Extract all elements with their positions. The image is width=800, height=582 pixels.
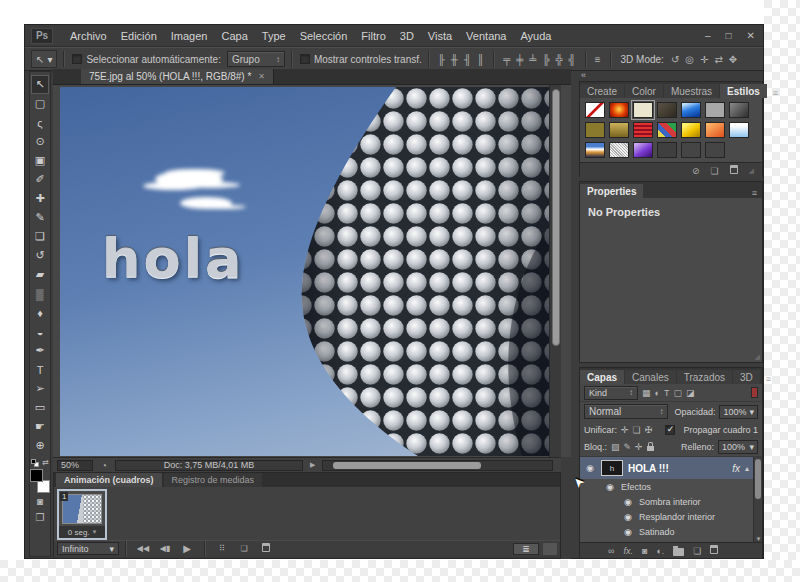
delete-layer-icon[interactable]	[710, 545, 718, 556]
unify-visibility-icon[interactable]: ❏	[633, 425, 641, 435]
zoom-level-field[interactable]: 50%	[57, 460, 93, 471]
tab-color[interactable]: Color	[625, 84, 663, 98]
new-group-icon[interactable]	[673, 548, 684, 556]
tab-registro-de-medidas[interactable]: Registro de medidas	[164, 473, 263, 487]
tab-estilos[interactable]: Estilos	[720, 84, 767, 98]
panel-menu-icon[interactable]: ≡	[761, 374, 776, 384]
document-tab[interactable]: 75E.jpg al 50% (HOLA !!!, RGB/8#) * ✕	[81, 69, 274, 84]
align-axis-icon[interactable]: ║	[477, 54, 484, 65]
panel-menu-icon[interactable]: ≡	[768, 88, 783, 98]
vertical-scrollbar[interactable]	[549, 85, 561, 457]
align-right-edges-icon[interactable]: ╧	[529, 54, 536, 65]
filter-kind-select[interactable]: Kind ↕	[584, 386, 638, 400]
effect-row-resplandor-interior[interactable]: ◉ Resplandor interior	[580, 509, 753, 524]
filter-adjustment-layers-icon[interactable]: ◐	[655, 388, 660, 398]
unify-position-icon[interactable]: ✛	[621, 425, 629, 435]
menu-edicion[interactable]: Edición	[121, 30, 157, 42]
collapse-dock-button[interactable]: «	[581, 70, 586, 80]
image-canvas[interactable]: hola	[60, 87, 549, 456]
layers-scrollbar-thumb[interactable]	[755, 459, 761, 499]
style-swatch[interactable]	[729, 122, 749, 138]
menu-3d[interactable]: 3D	[400, 30, 414, 42]
style-swatch[interactable]	[609, 142, 629, 158]
tool-shape[interactable]: ▭	[31, 398, 49, 417]
tool-hand[interactable]: ☛	[31, 417, 49, 436]
style-swatch[interactable]	[633, 142, 653, 158]
distribute-left-icon[interactable]: ╠	[542, 54, 549, 65]
style-swatch-none[interactable]	[585, 102, 605, 118]
menu-filtro[interactable]: Filtro	[361, 30, 385, 42]
unify-style-icon[interactable]: ✠	[645, 425, 653, 435]
tab-canales[interactable]: Canales	[625, 370, 676, 384]
tool-preset[interactable]: ↖ ▾	[31, 50, 57, 68]
style-swatch[interactable]	[681, 122, 701, 138]
tool-pen[interactable]: ✒	[31, 341, 49, 360]
align-top-edges-icon[interactable]: ╟	[438, 54, 445, 65]
vertical-scrollbar-thumb[interactable]	[552, 89, 560, 346]
fill-select[interactable]: 100% ▾	[718, 440, 758, 454]
layer-thumbnail[interactable]: h	[601, 460, 623, 476]
tab-close-icon[interactable]: ✕	[258, 72, 265, 81]
lock-transparency-icon[interactable]: ▨	[611, 442, 620, 452]
filter-toggle[interactable]	[751, 387, 758, 398]
layers-scrollbar[interactable]: ▼	[753, 457, 762, 542]
style-swatch[interactable]	[633, 122, 653, 138]
style-swatch[interactable]	[705, 102, 725, 118]
visibility-eye-icon[interactable]: ◉	[584, 463, 596, 473]
style-swatch[interactable]	[657, 102, 677, 118]
style-swatch[interactable]	[609, 102, 629, 118]
show-transform-checkbox[interactable]	[300, 54, 310, 64]
tool-eyedropper[interactable]: ✐	[31, 170, 49, 189]
distribute-right-icon[interactable]: ╣	[569, 54, 576, 65]
delete-style-icon[interactable]	[730, 165, 738, 176]
duplicate-frame-button[interactable]: ❏	[233, 544, 255, 553]
effect-row-sombra-interior[interactable]: ◉ Sombra interior	[580, 494, 753, 509]
style-swatch[interactable]	[681, 102, 701, 118]
auto-select-mode-select[interactable]: Grupo ↕	[227, 51, 285, 67]
resize-grip-icon[interactable]: ◢	[755, 353, 760, 361]
resize-grip-icon[interactable]: ◢	[749, 167, 754, 175]
scroll-down-icon[interactable]: ▼	[754, 536, 762, 542]
tool-crop[interactable]: ▣	[31, 151, 49, 170]
lock-all-icon[interactable]	[647, 446, 654, 451]
style-swatch[interactable]	[585, 122, 605, 138]
filter-pixel-layers-icon[interactable]: ▦	[642, 388, 651, 398]
distribute-centers-icon[interactable]: ╬	[556, 54, 563, 65]
3d-pan-icon[interactable]: ✛	[700, 54, 708, 65]
status-flyout-icon[interactable]: ▶	[310, 461, 315, 469]
3d-scale-icon[interactable]: ✥	[729, 54, 737, 65]
new-style-icon[interactable]: ❏	[711, 166, 719, 176]
tool-gradient[interactable]: ▒	[31, 284, 49, 303]
tab-cap as[interactable]: Capas	[580, 370, 624, 384]
maximize-button[interactable]: □	[726, 30, 732, 41]
menu-ventana[interactable]: Ventana	[466, 30, 506, 42]
loop-count-select[interactable]: Infinito ▾	[57, 542, 119, 555]
style-swatch-empty[interactable]	[681, 142, 701, 158]
style-swatch-selected[interactable]	[633, 102, 653, 118]
default-colors-icon[interactable]	[31, 459, 39, 467]
tween-button[interactable]: ⠿	[211, 544, 233, 553]
swap-colors-icon[interactable]: ⇄	[42, 458, 49, 467]
tab-3d[interactable]: 3D	[733, 370, 760, 384]
close-button[interactable]: ✕	[747, 30, 755, 41]
frame-delay-select[interactable]: 0 seg. ▾	[59, 526, 105, 538]
align-vertical-centers-icon[interactable]: ╫	[451, 54, 458, 65]
panel-menu-icon[interactable]: ≡	[747, 188, 762, 198]
menu-vista[interactable]: Vista	[428, 30, 452, 42]
quick-mask-button[interactable]: ◙	[37, 493, 43, 509]
tab-trazados[interactable]: Trazados	[677, 370, 732, 384]
3d-slide-icon[interactable]: ⇄	[714, 54, 722, 65]
blend-mode-select[interactable]: Normal ↕	[584, 404, 668, 419]
first-frame-button[interactable]: ◀◀	[132, 544, 154, 553]
3d-roll-icon[interactable]: ◎	[685, 54, 694, 65]
style-swatch[interactable]	[585, 142, 605, 158]
screen-mode-button[interactable]: ❐	[36, 509, 45, 525]
style-swatch[interactable]	[705, 122, 725, 138]
auto-align-icon[interactable]: ≡	[595, 54, 601, 65]
layer-mask-icon[interactable]: ◙	[642, 546, 647, 556]
tab-create[interactable]: Create	[580, 84, 624, 98]
style-swatch[interactable]	[729, 102, 749, 118]
play-button[interactable]: ▶	[176, 543, 198, 554]
tab-properties[interactable]: Properties	[580, 184, 643, 198]
align-left-edges-icon[interactable]: ╤	[503, 54, 510, 65]
